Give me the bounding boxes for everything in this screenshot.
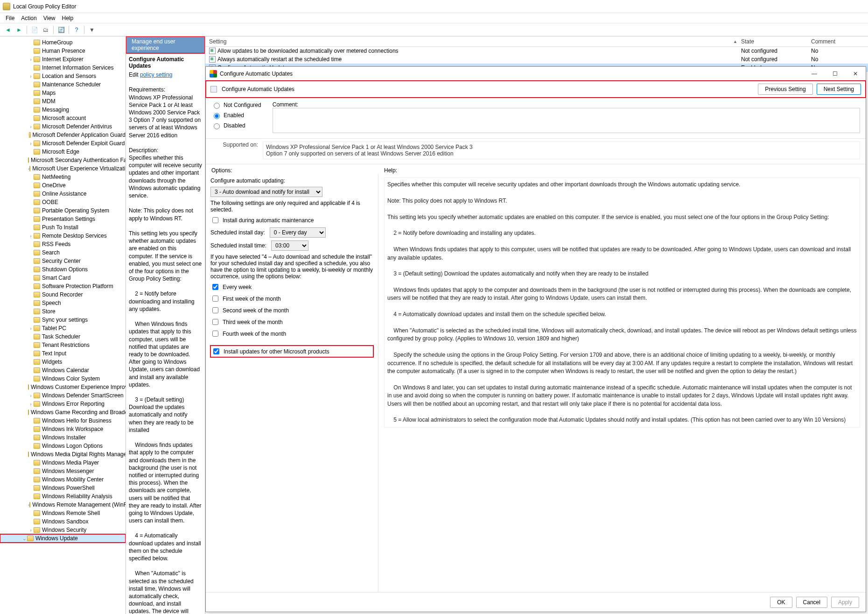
tree-item[interactable]: Messaging xyxy=(0,106,126,114)
nav-tree[interactable]: HomeGroupHuman Presence›Internet Explore… xyxy=(0,36,126,614)
tree-item[interactable]: Windows Game Recording and Broadcasting xyxy=(0,408,126,416)
radio-enabled[interactable]: Enabled xyxy=(211,112,261,119)
menu-help[interactable]: Help xyxy=(62,15,74,21)
tree-item[interactable]: Windows Messenger xyxy=(0,467,126,475)
sched-time-select[interactable]: 03:00 xyxy=(271,240,308,251)
tree-item[interactable]: Speech xyxy=(0,299,126,307)
tree-item[interactable]: Search xyxy=(0,248,126,257)
list-row[interactable]: Always automatically restart at the sche… xyxy=(205,55,868,64)
menu-view[interactable]: View xyxy=(43,15,56,21)
expander-icon[interactable]: › xyxy=(28,233,34,239)
tree-item[interactable]: ›Windows Defender SmartScreen xyxy=(0,391,126,400)
next-setting-button[interactable]: Next Setting xyxy=(817,84,861,95)
tree-item[interactable]: Task Scheduler xyxy=(0,332,126,341)
tree-item[interactable]: ›Windows Security xyxy=(0,526,126,534)
tree-item[interactable]: Windows Ink Workspace xyxy=(0,425,126,433)
tree-item[interactable]: Software Protection Platform xyxy=(0,282,126,290)
show-hide-tree-button[interactable]: 🗂 xyxy=(41,25,51,35)
expander-icon[interactable]: › xyxy=(28,74,34,79)
tree-item[interactable]: Windows Remote Shell xyxy=(0,509,126,517)
expander-icon[interactable]: › xyxy=(28,141,34,146)
forward-button[interactable]: ► xyxy=(14,25,24,35)
tree-item[interactable]: NetMeeting xyxy=(0,173,126,181)
tree-item[interactable]: ›Internet Explorer xyxy=(0,55,126,64)
other-ms-products-checkbox[interactable]: Install updates for other Microsoft prod… xyxy=(210,346,373,357)
tree-item[interactable]: Windows Sandbox xyxy=(0,517,126,526)
tree-item[interactable]: Windows Color System xyxy=(0,374,126,383)
list-row[interactable]: Allow updates to be downloaded automatic… xyxy=(205,47,868,55)
tree-item[interactable]: Sync your settings xyxy=(0,316,126,324)
radio-not-configured[interactable]: Not Configured xyxy=(211,101,261,109)
tree-item[interactable]: Windows Reliability Analysis xyxy=(0,492,126,501)
tree-item[interactable]: MDM xyxy=(0,97,126,106)
tree-item[interactable]: Portable Operating System xyxy=(0,206,126,215)
help-button[interactable]: ? xyxy=(71,25,82,35)
tree-item[interactable]: ›Windows Remote Management (WinRM) xyxy=(0,501,126,509)
tree-item[interactable]: Shutdown Options xyxy=(0,265,126,274)
tree-item[interactable]: Human Presence xyxy=(0,47,126,55)
filter-button[interactable]: ▼ xyxy=(87,25,97,35)
tree-item[interactable]: ›Windows Error Reporting xyxy=(0,400,126,408)
tree-item[interactable]: Push To Install xyxy=(0,223,126,232)
expander-icon[interactable]: › xyxy=(28,393,34,398)
col-comment[interactable]: Comment xyxy=(807,38,868,45)
expander-icon[interactable]: › xyxy=(28,326,34,331)
tree-item[interactable]: Sound Recorder xyxy=(0,290,126,299)
tree-item[interactable]: Smart Card xyxy=(0,274,126,282)
minimize-button[interactable]: — xyxy=(804,67,825,81)
tree-item[interactable]: ⌄Windows Update xyxy=(0,534,126,543)
fourth-week-checkbox[interactable]: Fourth week of the month xyxy=(210,329,373,338)
tree-item[interactable]: ›Microsoft Defender Exploit Guard xyxy=(0,139,126,148)
tree-item[interactable]: Microsoft Secondary Authentication Facto… xyxy=(0,156,126,164)
expander-icon[interactable]: › xyxy=(28,124,34,129)
tree-item[interactable]: Internet Information Services xyxy=(0,64,126,72)
tree-item[interactable]: Microsoft account xyxy=(0,114,126,122)
edit-policy-link[interactable]: policy setting xyxy=(140,71,172,78)
radio-disabled[interactable]: Disabled xyxy=(211,122,261,129)
tree-item[interactable]: Maintenance Scheduler xyxy=(0,80,126,89)
cancel-button[interactable]: Cancel xyxy=(796,597,827,608)
col-setting[interactable]: Setting xyxy=(205,38,733,45)
install-during-maint-checkbox[interactable]: Install during automatic maintenance xyxy=(210,216,373,225)
tree-item[interactable]: ›Location and Sensors xyxy=(0,72,126,80)
first-week-checkbox[interactable]: First week of the month xyxy=(210,294,373,303)
ok-button[interactable]: OK xyxy=(770,597,792,608)
tree-item[interactable]: Security Center xyxy=(0,257,126,265)
menu-file[interactable]: File xyxy=(6,15,14,21)
tree-item[interactable]: OneDrive xyxy=(0,181,126,190)
tree-item[interactable]: Windows Calendar xyxy=(0,366,126,374)
tree-item[interactable]: Windows Hello for Business xyxy=(0,416,126,425)
tree-item[interactable]: HomeGroup xyxy=(0,38,126,47)
expander-icon[interactable]: ⌄ xyxy=(21,536,27,541)
tree-item[interactable]: Tenant Restrictions xyxy=(0,341,126,349)
sched-day-select[interactable]: 0 - Every day xyxy=(270,227,326,238)
comment-field[interactable] xyxy=(273,108,860,133)
tree-item[interactable]: Presentation Settings xyxy=(0,215,126,223)
tree-item[interactable]: Windows Customer Experience Improvement xyxy=(0,383,126,391)
col-state[interactable]: State xyxy=(737,38,807,45)
tree-item[interactable]: Windows PowerShell xyxy=(0,484,126,492)
back-button[interactable]: ◄ xyxy=(3,25,13,35)
apply-button[interactable]: Apply xyxy=(831,597,859,608)
up-button[interactable]: 📄 xyxy=(29,25,40,35)
tree-item[interactable]: Windows Logon Options xyxy=(0,442,126,450)
tree-item[interactable]: Windows Installer xyxy=(0,433,126,442)
tree-item[interactable]: Online Assistance xyxy=(0,190,126,198)
tree-item[interactable]: Microsoft Defender Application Guard xyxy=(0,131,126,139)
maximize-button[interactable]: ☐ xyxy=(825,67,845,81)
expander-icon[interactable]: › xyxy=(28,528,34,533)
expander-icon[interactable]: › xyxy=(28,57,34,62)
tree-item[interactable]: Windows Media Player xyxy=(0,459,126,467)
tree-item[interactable]: Text Input xyxy=(0,349,126,358)
refresh-button[interactable]: 🔄 xyxy=(56,25,66,35)
tree-item[interactable]: ›Microsoft Defender Antivirus xyxy=(0,122,126,131)
config-updating-select[interactable]: 3 - Auto download and notify for install xyxy=(210,187,322,197)
tree-item[interactable]: Store xyxy=(0,307,126,316)
tree-item[interactable]: Microsoft Edge xyxy=(0,148,126,156)
tree-item[interactable]: ›Remote Desktop Services xyxy=(0,232,126,240)
third-week-checkbox[interactable]: Third week of the month xyxy=(210,318,373,326)
tree-item[interactable]: Widgets xyxy=(0,358,126,366)
tree-item[interactable]: Maps xyxy=(0,89,126,97)
tree-item[interactable]: RSS Feeds xyxy=(0,240,126,248)
menu-action[interactable]: Action xyxy=(21,15,36,21)
